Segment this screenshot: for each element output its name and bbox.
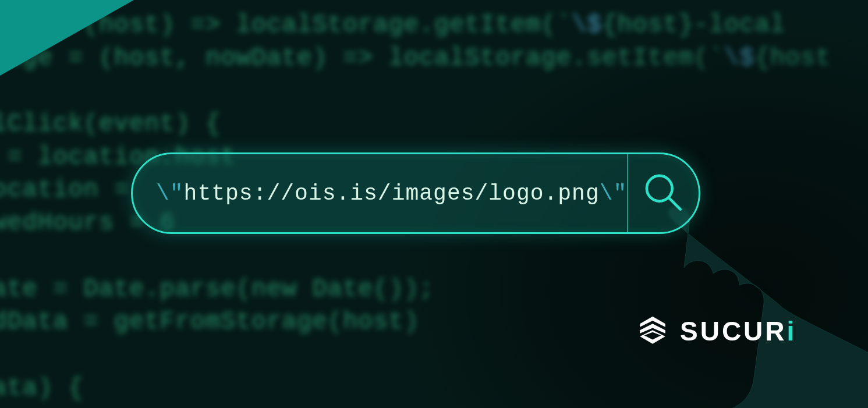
search-bar: \"https://ois.is/images/logo.png\" [131, 152, 700, 234]
svg-line-1 [669, 198, 681, 210]
code-line: Data) { [0, 374, 83, 402]
code-line: edData = getFromStorage(host) [0, 308, 419, 336]
code-escape: \$ [724, 44, 754, 72]
brand-name: SUCURi [680, 315, 796, 347]
magnifier-icon [640, 169, 686, 218]
brand-name-main: SUCUR [680, 316, 787, 346]
brand-mark-icon [636, 314, 669, 348]
search-input[interactable]: \"https://ois.is/images/logo.png\" [133, 181, 627, 206]
corner-accent [0, 0, 134, 76]
code-line: alClick(event) { [0, 110, 221, 138]
brand-logo: SUCURi [636, 314, 796, 348]
brand-name-accent: i [787, 316, 797, 346]
search-url-text: https://ois.is/images/logo.png [184, 181, 600, 206]
code-line: {host [754, 44, 831, 72]
search-open-quote: \" [156, 181, 184, 206]
code-escape: \$ [572, 11, 602, 39]
code-line: {host}-local [602, 11, 785, 39]
code-line: Location = [0, 176, 129, 204]
svg-marker-4 [640, 330, 665, 344]
search-close-quote: \" [600, 181, 628, 206]
code-line: Date = Date.parse(new Date()); [0, 275, 434, 303]
search-button[interactable] [628, 154, 699, 232]
